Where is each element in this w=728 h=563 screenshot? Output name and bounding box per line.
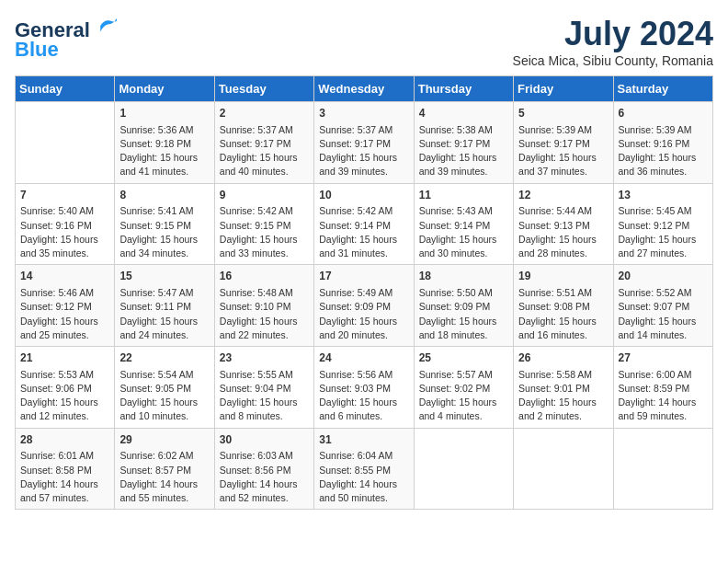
calendar-cell [16, 102, 115, 184]
day-info: Sunrise: 6:02 AM Sunset: 8:57 PM Dayligh… [119, 449, 209, 505]
col-header-tuesday: Tuesday [214, 76, 313, 102]
calendar-week-row: 21Sunrise: 5:53 AM Sunset: 9:06 PM Dayli… [16, 347, 713, 429]
day-number: 14 [20, 269, 109, 284]
calendar-table: SundayMondayTuesdayWednesdayThursdayFrid… [15, 75, 713, 510]
calendar-cell [514, 428, 613, 510]
day-info: Sunrise: 5:56 AM Sunset: 9:03 PM Dayligh… [319, 368, 408, 424]
calendar-cell: 12Sunrise: 5:44 AM Sunset: 9:13 PM Dayli… [514, 183, 613, 265]
calendar-cell: 29Sunrise: 6:02 AM Sunset: 8:57 PM Dayli… [115, 428, 214, 510]
day-number: 16 [220, 269, 309, 284]
calendar-cell: 2Sunrise: 5:37 AM Sunset: 9:17 PM Daylig… [214, 102, 313, 184]
calendar-cell [613, 428, 712, 510]
day-info: Sunrise: 5:40 AM Sunset: 9:16 PM Dayligh… [20, 204, 109, 260]
day-info: Sunrise: 5:51 AM Sunset: 9:08 PM Dayligh… [518, 286, 608, 342]
col-header-monday: Monday [115, 76, 214, 102]
calendar-header-row: SundayMondayTuesdayWednesdayThursdayFrid… [16, 76, 713, 102]
calendar-cell: 7Sunrise: 5:40 AM Sunset: 9:16 PM Daylig… [16, 183, 115, 265]
day-info: Sunrise: 6:03 AM Sunset: 8:56 PM Dayligh… [220, 449, 309, 505]
day-number: 6 [619, 106, 708, 121]
calendar-cell: 13Sunrise: 5:45 AM Sunset: 9:12 PM Dayli… [613, 183, 712, 265]
day-info: Sunrise: 5:38 AM Sunset: 9:17 PM Dayligh… [419, 123, 508, 179]
calendar-cell: 10Sunrise: 5:42 AM Sunset: 9:14 PM Dayli… [314, 183, 414, 265]
calendar-cell: 3Sunrise: 5:37 AM Sunset: 9:17 PM Daylig… [314, 102, 414, 184]
day-number: 5 [518, 106, 608, 121]
calendar-cell: 28Sunrise: 6:01 AM Sunset: 8:58 PM Dayli… [16, 428, 115, 510]
day-info: Sunrise: 5:55 AM Sunset: 9:04 PM Dayligh… [220, 368, 309, 424]
calendar-cell: 17Sunrise: 5:49 AM Sunset: 9:09 PM Dayli… [314, 265, 414, 347]
title-block: July 2024 Seica Mica, Sibiu County, Roma… [513, 15, 713, 68]
day-info: Sunrise: 6:00 AM Sunset: 8:59 PM Dayligh… [619, 368, 708, 424]
col-header-friday: Friday [514, 76, 613, 102]
day-number: 24 [319, 350, 408, 366]
day-number: 3 [319, 106, 408, 121]
day-number: 8 [119, 188, 209, 203]
day-info: Sunrise: 5:49 AM Sunset: 9:09 PM Dayligh… [319, 286, 408, 342]
location-subtitle: Seica Mica, Sibiu County, Romania [513, 53, 713, 68]
calendar-cell: 25Sunrise: 5:57 AM Sunset: 9:02 PM Dayli… [414, 347, 513, 429]
day-number: 27 [619, 350, 708, 366]
day-info: Sunrise: 5:47 AM Sunset: 9:11 PM Dayligh… [119, 286, 209, 342]
day-number: 2 [220, 106, 309, 121]
day-number: 13 [619, 188, 708, 203]
col-header-wednesday: Wednesday [314, 76, 414, 102]
day-number: 1 [119, 106, 209, 121]
day-info: Sunrise: 5:44 AM Sunset: 9:13 PM Dayligh… [518, 204, 608, 260]
day-number: 28 [20, 432, 109, 448]
calendar-cell: 19Sunrise: 5:51 AM Sunset: 9:08 PM Dayli… [514, 265, 613, 347]
calendar-cell: 5Sunrise: 5:39 AM Sunset: 9:17 PM Daylig… [514, 102, 613, 184]
calendar-cell: 24Sunrise: 5:56 AM Sunset: 9:03 PM Dayli… [314, 347, 414, 429]
calendar-cell: 20Sunrise: 5:52 AM Sunset: 9:07 PM Dayli… [613, 265, 712, 347]
calendar-cell: 1Sunrise: 5:36 AM Sunset: 9:18 PM Daylig… [115, 102, 214, 184]
calendar-cell: 6Sunrise: 5:39 AM Sunset: 9:16 PM Daylig… [613, 102, 712, 184]
day-info: Sunrise: 6:04 AM Sunset: 8:55 PM Dayligh… [319, 449, 408, 505]
day-number: 25 [419, 350, 508, 366]
day-info: Sunrise: 5:36 AM Sunset: 9:18 PM Dayligh… [119, 123, 209, 179]
calendar-cell: 9Sunrise: 5:42 AM Sunset: 9:15 PM Daylig… [214, 183, 313, 265]
calendar-cell: 11Sunrise: 5:43 AM Sunset: 9:14 PM Dayli… [414, 183, 513, 265]
day-number: 31 [319, 432, 408, 448]
logo-bird-icon [97, 15, 119, 37]
day-info: Sunrise: 5:43 AM Sunset: 9:14 PM Dayligh… [419, 204, 508, 260]
day-info: Sunrise: 5:39 AM Sunset: 9:16 PM Dayligh… [619, 123, 708, 179]
day-info: Sunrise: 5:50 AM Sunset: 9:09 PM Dayligh… [419, 286, 508, 342]
day-number: 19 [518, 269, 608, 284]
logo: General Blue [15, 15, 119, 62]
calendar-cell: 31Sunrise: 6:04 AM Sunset: 8:55 PM Dayli… [314, 428, 414, 510]
calendar-cell: 23Sunrise: 5:55 AM Sunset: 9:04 PM Dayli… [214, 347, 313, 429]
calendar-week-row: 28Sunrise: 6:01 AM Sunset: 8:58 PM Dayli… [16, 428, 713, 510]
day-number: 26 [518, 350, 608, 366]
calendar-cell: 21Sunrise: 5:53 AM Sunset: 9:06 PM Dayli… [16, 347, 115, 429]
day-info: Sunrise: 5:41 AM Sunset: 9:15 PM Dayligh… [119, 204, 209, 260]
day-number: 11 [419, 188, 508, 203]
calendar-cell: 8Sunrise: 5:41 AM Sunset: 9:15 PM Daylig… [115, 183, 214, 265]
day-info: Sunrise: 5:45 AM Sunset: 9:12 PM Dayligh… [619, 204, 708, 260]
day-info: Sunrise: 6:01 AM Sunset: 8:58 PM Dayligh… [20, 449, 109, 505]
calendar-cell: 27Sunrise: 6:00 AM Sunset: 8:59 PM Dayli… [613, 347, 712, 429]
day-number: 18 [419, 269, 508, 284]
day-info: Sunrise: 5:42 AM Sunset: 9:15 PM Dayligh… [220, 204, 309, 260]
day-info: Sunrise: 5:53 AM Sunset: 9:06 PM Dayligh… [20, 368, 109, 424]
day-number: 9 [220, 188, 309, 203]
calendar-cell: 16Sunrise: 5:48 AM Sunset: 9:10 PM Dayli… [214, 265, 313, 347]
page-header: General Blue July 2024 Seica Mica, Sibiu… [15, 15, 713, 68]
col-header-saturday: Saturday [613, 76, 712, 102]
day-number: 17 [319, 269, 408, 284]
calendar-week-row: 7Sunrise: 5:40 AM Sunset: 9:16 PM Daylig… [16, 183, 713, 265]
calendar-cell [414, 428, 513, 510]
col-header-thursday: Thursday [414, 76, 513, 102]
calendar-cell: 4Sunrise: 5:38 AM Sunset: 9:17 PM Daylig… [414, 102, 513, 184]
day-number: 7 [20, 188, 109, 203]
day-number: 22 [119, 350, 209, 366]
calendar-cell: 14Sunrise: 5:46 AM Sunset: 9:12 PM Dayli… [16, 265, 115, 347]
day-info: Sunrise: 5:48 AM Sunset: 9:10 PM Dayligh… [220, 286, 309, 342]
calendar-cell: 22Sunrise: 5:54 AM Sunset: 9:05 PM Dayli… [115, 347, 214, 429]
day-number: 30 [220, 432, 309, 448]
day-info: Sunrise: 5:37 AM Sunset: 9:17 PM Dayligh… [319, 123, 408, 179]
day-info: Sunrise: 5:54 AM Sunset: 9:05 PM Dayligh… [119, 368, 209, 424]
day-number: 10 [319, 188, 408, 203]
day-number: 12 [518, 188, 608, 203]
calendar-week-row: 14Sunrise: 5:46 AM Sunset: 9:12 PM Dayli… [16, 265, 713, 347]
day-number: 23 [220, 350, 309, 366]
col-header-sunday: Sunday [16, 76, 115, 102]
day-number: 21 [20, 350, 109, 366]
